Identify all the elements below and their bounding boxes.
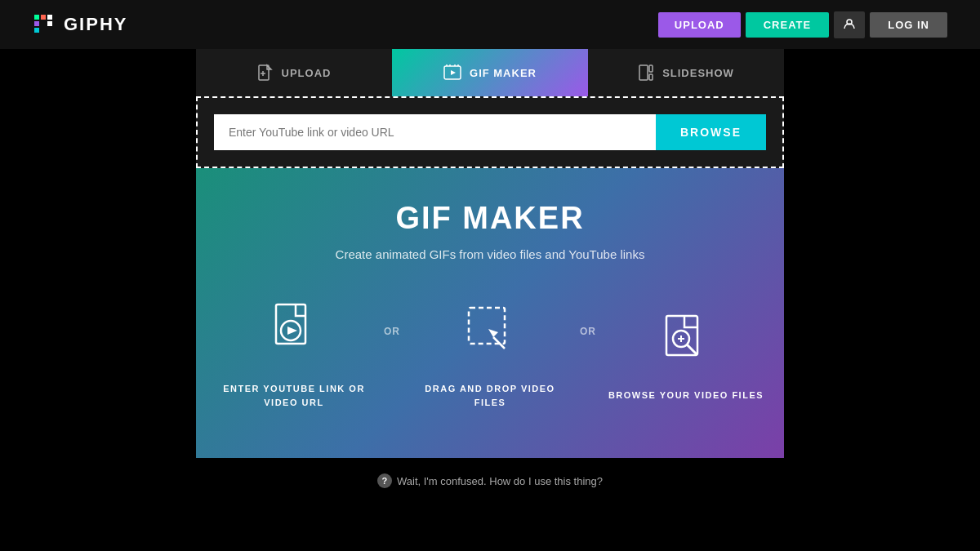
svg-rect-20	[469, 308, 505, 344]
hero-section: GIF MAKER Create animated GIFs from vide…	[196, 168, 784, 458]
giphy-logo-icon	[33, 13, 56, 36]
browse-files-icon	[653, 304, 719, 370]
upload-tab-icon	[257, 64, 274, 82]
login-button[interactable]: LOG IN	[870, 12, 947, 38]
tab-gif-maker[interactable]: GIF MAKER	[392, 49, 588, 96]
svg-rect-3	[41, 15, 46, 20]
svg-rect-14	[639, 65, 648, 80]
upload-button[interactable]: UPLOAD	[658, 12, 741, 38]
svg-rect-1	[34, 21, 39, 26]
url-area: BROWSE	[196, 96, 784, 168]
drag-drop-icon-wrap	[453, 294, 527, 367]
url-input[interactable]	[214, 114, 656, 150]
logo-text: GIPHY	[64, 14, 127, 35]
youtube-link-label: ENTER YOUTUBE LINK ORVIDEO URL	[223, 382, 365, 409]
help-icon: ?	[377, 473, 392, 488]
create-button[interactable]: CREATE	[746, 12, 829, 38]
or-divider-2: OR	[572, 326, 604, 337]
browse-files-label: BROWSE YOUR VIDEO FILES	[608, 389, 764, 402]
youtube-link-icon	[261, 298, 327, 363]
youtube-link-icon-wrap	[257, 294, 331, 367]
drag-drop-label: DRAG AND DROP VIDEOFILES	[425, 382, 555, 409]
url-input-row: BROWSE	[214, 114, 766, 150]
or-divider-1: OR	[376, 326, 408, 337]
hero-subtitle: Create animated GIFs from video files an…	[212, 247, 768, 261]
option-drag-drop[interactable]: DRAG AND DROP VIDEOFILES	[408, 294, 572, 409]
logo-area: GIPHY	[33, 13, 127, 36]
svg-rect-0	[34, 15, 39, 20]
svg-rect-16	[649, 74, 653, 80]
gif-maker-tab-icon	[443, 64, 461, 82]
main-container: UPLOAD GIF MAKER SLIDESHOW	[196, 49, 784, 458]
option-browse-files[interactable]: BROWSE YOUR VIDEO FILES	[604, 300, 768, 402]
user-icon-button[interactable]	[834, 11, 865, 38]
options-row: ENTER YOUTUBE LINK ORVIDEO URL OR DRAG A…	[212, 294, 768, 409]
tabs: UPLOAD GIF MAKER SLIDESHOW	[196, 49, 784, 96]
svg-rect-17	[276, 304, 305, 344]
option-youtube-link: ENTER YOUTUBE LINK ORVIDEO URL	[212, 294, 376, 409]
svg-marker-19	[287, 327, 297, 335]
drag-drop-icon	[457, 298, 523, 363]
svg-rect-15	[649, 65, 653, 72]
tab-slideshow[interactable]: SLIDESHOW	[588, 49, 784, 96]
user-icon	[844, 18, 855, 29]
svg-rect-4	[47, 15, 52, 20]
help-link[interactable]: ? Wait, I'm confused. How do I use this …	[377, 473, 603, 488]
header-right: UPLOAD CREATE LOG IN	[658, 11, 947, 38]
svg-rect-2	[34, 28, 39, 33]
svg-marker-9	[451, 70, 456, 75]
hero-title: GIF MAKER	[212, 201, 768, 236]
browse-files-icon-wrap	[649, 300, 723, 374]
svg-line-23	[688, 345, 696, 353]
header: GIPHY UPLOAD CREATE LOG IN	[0, 0, 980, 49]
footer-help: ? Wait, I'm confused. How do I use this …	[0, 458, 980, 503]
help-text: Wait, I'm confused. How do I use this th…	[397, 475, 603, 487]
slideshow-tab-icon	[638, 64, 654, 82]
svg-rect-5	[47, 21, 52, 26]
browse-button[interactable]: BROWSE	[656, 114, 766, 150]
tab-upload[interactable]: UPLOAD	[196, 49, 392, 96]
